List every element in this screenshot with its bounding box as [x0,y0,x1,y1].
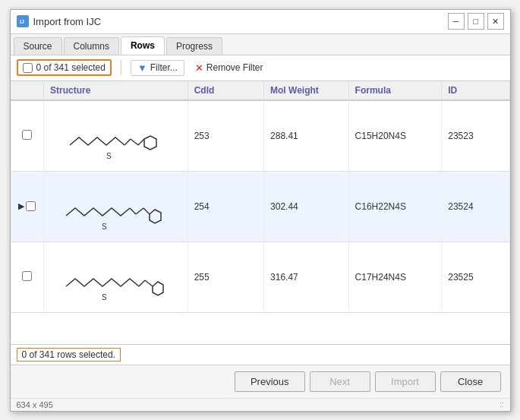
svg-text:S: S [102,293,107,302]
tab-progress[interactable]: Progress [166,37,222,55]
row-checkbox-3[interactable] [22,271,32,281]
svg-line-4 [138,139,144,145]
resize-grip: :: [500,400,504,409]
molweight-1: 288.41 [264,100,349,172]
close-button[interactable]: Close [440,371,501,392]
svg-line-2 [124,139,131,145]
molweight-3: 316.47 [264,242,349,312]
formula-1: C15H20N4S [348,100,442,172]
remove-filter-label: Remove Filter [206,62,263,73]
dimensions-label: 634 x 495 [17,400,53,409]
remove-filter-icon: ✕ [195,62,203,74]
maximize-button[interactable]: □ [468,13,484,30]
toolbar-divider [121,60,121,75]
title-bar: IJ Import from IJC ─ □ ✕ [11,10,510,34]
structure-cell-3: S [44,242,188,312]
svg-text:IJ: IJ [20,19,24,24]
select-all-label: 0 of 341 selected [36,62,106,73]
table-row[interactable]: S 253 288.41 C15H20N4S 23523 [11,100,510,172]
status-text: 0 of 341 rows selected. [17,348,121,362]
svg-line-11 [143,208,150,214]
cdid-1: 253 [188,100,263,172]
filter-icon: ▼ [137,62,147,74]
window-controls: ─ □ ✕ [448,13,504,30]
main-window: IJ Import from IJC ─ □ ✕ Source Columns … [10,9,511,412]
select-all-area[interactable]: 0 of 341 selected [17,59,112,76]
footer: 634 x 495 :: [11,398,510,411]
th-cdid[interactable]: CdId [188,81,263,100]
table-container: Structure CdId Mol Weight Formula ID [11,81,510,344]
svg-line-15 [145,280,153,286]
previous-button[interactable]: Previous [235,371,305,392]
formula-2: C16H22N4S [348,171,442,242]
tab-bar: Source Columns Rows Progress [11,34,510,55]
minimize-button[interactable]: ─ [448,13,465,30]
table-header-row: Structure CdId Mol Weight Formula ID [11,81,510,100]
svg-marker-12 [150,210,161,223]
id-2: 23524 [442,171,509,242]
filter-label: Filter... [150,62,178,73]
table-row[interactable]: ▶ [11,171,510,242]
next-button[interactable]: Next [310,371,370,392]
tab-source[interactable]: Source [14,37,62,55]
import-button[interactable]: Import [375,371,436,392]
svg-line-9 [130,208,136,214]
id-1: 23523 [442,100,509,172]
toolbar: 0 of 341 selected ▼ Filter... ✕ Remove F… [11,55,510,81]
structure-cell-1: S [44,100,188,172]
svg-marker-16 [153,282,163,295]
th-id[interactable]: ID [442,81,509,100]
svg-line-14 [139,280,145,286]
app-icon: IJ [17,15,29,27]
window-title: Import from IJC [33,16,448,27]
row-checkbox-1[interactable] [22,130,32,140]
molweight-2: 302.44 [264,171,349,242]
filter-button[interactable]: ▼ Filter... [131,60,184,76]
structure-cell-2: S [44,171,188,242]
select-all-checkbox[interactable] [23,63,33,73]
cdid-3: 255 [188,242,263,312]
status-bar: 0 of 341 rows selected. [11,344,510,365]
table-row[interactable]: S 255 316.47 C17H24N4S 23525 [11,242,510,312]
row-selector-2[interactable]: ▶ [11,171,44,242]
row-arrow-icon: ▶ [18,201,24,211]
svg-line-3 [131,139,138,145]
th-structure[interactable]: Structure [44,81,188,100]
tab-columns[interactable]: Columns [64,37,119,55]
th-formula[interactable]: Formula [348,81,442,100]
cdid-2: 254 [188,171,263,242]
close-window-button[interactable]: ✕ [487,13,504,30]
bottom-bar: Previous Next Import Close [11,365,510,398]
svg-text:S: S [106,152,112,160]
remove-filter-button[interactable]: ✕ Remove Filter [191,61,268,75]
svg-text:S: S [102,223,107,231]
row-selector-1[interactable] [11,100,44,172]
row-checkbox-2[interactable] [26,201,36,211]
row-selector-3[interactable] [11,242,44,312]
tab-rows[interactable]: Rows [121,36,165,55]
th-molweight[interactable]: Mol Weight [264,81,349,100]
th-selector [11,81,44,100]
formula-3: C17H24N4S [348,242,442,312]
svg-marker-5 [144,136,156,150]
id-3: 23525 [442,242,509,312]
data-table: Structure CdId Mol Weight Formula ID [11,81,510,313]
svg-line-10 [136,208,143,214]
